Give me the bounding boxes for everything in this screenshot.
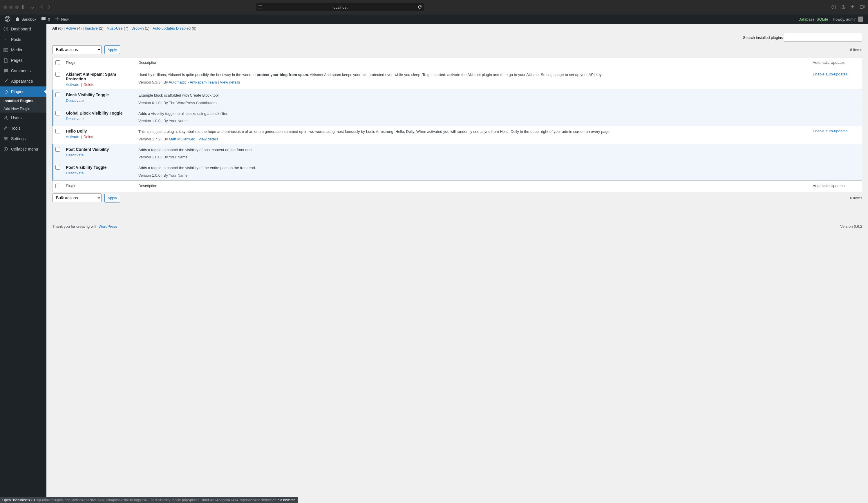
bulk-action-select-top[interactable]: Bulk actions: [52, 45, 102, 54]
deactivate-link[interactable]: Deactivate: [66, 171, 84, 175]
plugin-name: Post Visibility Toggle: [66, 165, 106, 170]
wp-logo-menu[interactable]: [2, 14, 13, 24]
delete-link[interactable]: Delete: [84, 82, 95, 87]
bulk-action-select-bottom[interactable]: Bulk actions: [52, 194, 102, 202]
comment-icon: [41, 17, 46, 22]
howdy-label: Howdy, admin: [833, 17, 856, 21]
filter-active[interactable]: Active (4): [66, 26, 82, 30]
view-details-link[interactable]: View details: [198, 137, 218, 141]
filter-auto-updates-disabled[interactable]: Auto-updates Disabled (6): [153, 26, 196, 30]
my-account[interactable]: Howdy, admin: [830, 14, 866, 24]
select-all-bottom[interactable]: [55, 184, 60, 188]
menu-media[interactable]: Media: [0, 45, 46, 55]
row-actions: Deactivate: [66, 116, 133, 121]
zoom-window-icon[interactable]: [15, 6, 19, 9]
plugin-meta: Version 5.3.3 | By Automattic - Anti-spa…: [138, 80, 807, 84]
deactivate-link[interactable]: Deactivate: [66, 153, 84, 157]
filter-must-use[interactable]: Must-Use (7): [106, 26, 128, 30]
svg-rect-8: [860, 6, 864, 8]
search-input[interactable]: [784, 33, 862, 41]
back-icon[interactable]: [40, 4, 43, 10]
url-bar[interactable]: localhost: [256, 3, 424, 11]
menu-tools[interactable]: Tools: [0, 123, 46, 133]
deactivate-link[interactable]: Deactivate: [66, 98, 84, 103]
menu-plugins[interactable]: Plugins: [0, 86, 46, 97]
select-plugin-checkbox[interactable]: [55, 111, 60, 115]
download-icon[interactable]: [831, 4, 836, 10]
new-content-menu[interactable]: New: [52, 14, 71, 24]
select-all-top[interactable]: [55, 60, 60, 65]
apply-button-bottom[interactable]: Apply: [104, 194, 121, 203]
deactivate-link[interactable]: Deactivate: [66, 116, 84, 121]
enable-auto-updates-link[interactable]: Enable auto-updates: [813, 72, 848, 76]
plugin-description: Adds a visibility toggle to all blocks u…: [138, 111, 807, 116]
menu-appearance[interactable]: Appearance: [0, 76, 46, 86]
select-plugin-checkbox[interactable]: [55, 72, 60, 76]
plugin-author-link[interactable]: Automattic - Anti-spam Team: [169, 80, 217, 84]
col-auto-updates-header[interactable]: Automatic Updates: [810, 58, 862, 69]
apply-button-top[interactable]: Apply: [104, 45, 121, 54]
forward-icon[interactable]: [48, 4, 51, 10]
traffic-lights: [3, 6, 19, 9]
browser-chrome: localhost: [0, 0, 868, 14]
database-indicator: Database: SQLite: [796, 14, 830, 24]
col-plugin-footer[interactable]: Plugin: [63, 181, 135, 192]
comments-icon: [3, 68, 9, 74]
select-plugin-checkbox[interactable]: [55, 147, 60, 152]
menu-posts[interactable]: Posts: [0, 34, 46, 45]
select-plugin-checkbox[interactable]: [55, 129, 60, 133]
sidebar-toggle-icon[interactable]: [22, 4, 27, 10]
dropdown-icon[interactable]: [31, 5, 34, 10]
collapse-menu[interactable]: Collapse menu: [0, 144, 46, 154]
footer-thanks: Thank you for creating with WordPress: [52, 224, 117, 228]
menu-settings[interactable]: Settings: [0, 133, 46, 144]
svg-point-22: [4, 147, 8, 151]
comments-menu[interactable]: 0: [39, 14, 52, 24]
plugin-description: Example block scaffolded with Create Blo…: [138, 93, 807, 98]
plugin-description: Used by millions, Akismet is quite possi…: [138, 72, 807, 78]
filter-inactive[interactable]: Inactive (2): [85, 26, 103, 30]
plugin-author-link[interactable]: Matt Mullenweg: [169, 137, 195, 141]
close-window-icon[interactable]: [3, 6, 7, 9]
site-name-label: Sandbox: [21, 17, 36, 21]
submenu-add-new-plugin[interactable]: Add New Plugin: [0, 105, 46, 113]
submenu-installed-plugins[interactable]: Installed Plugins: [0, 97, 46, 105]
col-description-footer[interactable]: Description: [135, 181, 810, 192]
col-description-header[interactable]: Description: [135, 58, 810, 69]
new-tab-icon[interactable]: [850, 4, 855, 10]
view-details-link[interactable]: View details: [220, 80, 240, 84]
menu-dashboard[interactable]: Dashboard: [0, 24, 46, 34]
reload-icon[interactable]: [418, 5, 422, 10]
menu-comments[interactable]: Comments: [0, 65, 46, 76]
activate-link[interactable]: Activate: [66, 82, 79, 87]
enable-auto-updates-link[interactable]: Enable auto-updates: [813, 129, 848, 133]
avatar: [858, 17, 864, 22]
activate-link[interactable]: Activate: [66, 135, 79, 139]
col-plugin-header[interactable]: Plugin: [63, 58, 135, 69]
browser-status-bar: Open "localhost:8881/wp-admin/plugins.ph…: [0, 497, 298, 503]
media-icon: [3, 47, 9, 53]
select-plugin-checkbox[interactable]: [55, 165, 60, 170]
wp-admin-bar: Sandbox 0 New Database: SQLite Howdy, ad…: [0, 14, 868, 24]
plugin-row: Post Visibility ToggleDeactivateAdds a t…: [52, 162, 862, 181]
filter-drop-in[interactable]: Drop-in (1): [132, 26, 149, 30]
delete-link[interactable]: Delete: [84, 135, 95, 139]
svg-point-21: [5, 140, 6, 141]
page-icon: [3, 58, 9, 63]
share-icon[interactable]: [841, 4, 845, 10]
tabs-icon[interactable]: [860, 4, 865, 10]
menu-pages[interactable]: Pages: [0, 55, 46, 65]
filter-all[interactable]: All (6): [52, 26, 63, 30]
svg-point-15: [5, 116, 7, 118]
minimize-window-icon[interactable]: [9, 6, 13, 9]
site-name-menu[interactable]: Sandbox: [13, 14, 39, 24]
col-auto-updates-footer[interactable]: Automatic Updates: [810, 181, 862, 192]
plugin-row: Hello DollyActivate | DeleteThis is not …: [52, 126, 862, 144]
select-plugin-checkbox[interactable]: [55, 93, 60, 97]
tablenav-bottom: Bulk actions Apply 6 items: [52, 192, 862, 204]
reader-icon[interactable]: [258, 5, 262, 10]
menu-users[interactable]: Users: [0, 113, 46, 123]
wordpress-link[interactable]: WordPress: [99, 224, 117, 228]
home-icon: [15, 17, 20, 22]
plugin-name: Hello Dolly: [66, 129, 87, 133]
